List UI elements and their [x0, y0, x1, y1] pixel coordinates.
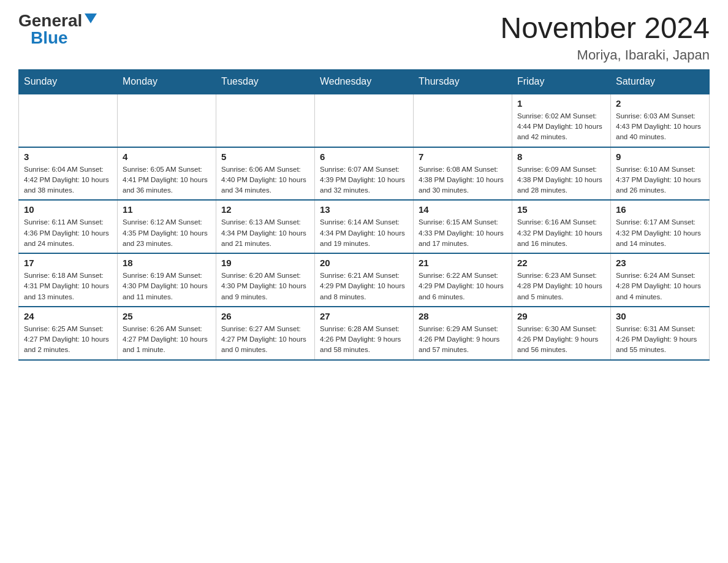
day-info: Sunrise: 6:12 AM Sunset: 4:35 PM Dayligh…	[123, 217, 211, 249]
table-row: 13Sunrise: 6:14 AM Sunset: 4:34 PM Dayli…	[315, 200, 414, 253]
day-number: 17	[24, 258, 112, 268]
day-number: 13	[320, 204, 408, 215]
day-number: 22	[517, 258, 605, 268]
logo-blue-text: Blue	[31, 28, 68, 47]
day-info: Sunrise: 6:16 AM Sunset: 4:32 PM Dayligh…	[517, 217, 605, 249]
table-row: 26Sunrise: 6:27 AM Sunset: 4:27 PM Dayli…	[216, 307, 315, 360]
day-number: 14	[419, 204, 507, 215]
calendar-day-header: Thursday	[414, 69, 512, 94]
table-row	[315, 94, 414, 147]
day-number: 11	[123, 204, 211, 215]
day-info: Sunrise: 6:20 AM Sunset: 4:30 PM Dayligh…	[221, 270, 309, 302]
table-row: 16Sunrise: 6:17 AM Sunset: 4:32 PM Dayli…	[611, 200, 710, 253]
day-number: 16	[616, 204, 704, 215]
table-row: 18Sunrise: 6:19 AM Sunset: 4:30 PM Dayli…	[118, 253, 216, 307]
day-info: Sunrise: 6:29 AM Sunset: 4:26 PM Dayligh…	[419, 324, 507, 356]
title-section: November 2024 Moriya, Ibaraki, Japan	[500, 12, 710, 63]
table-row	[118, 94, 216, 147]
table-row: 1Sunrise: 6:02 AM Sunset: 4:44 PM Daylig…	[512, 94, 611, 147]
table-row: 3Sunrise: 6:04 AM Sunset: 4:42 PM Daylig…	[19, 147, 118, 201]
day-number: 10	[24, 204, 112, 215]
table-row: 17Sunrise: 6:18 AM Sunset: 4:31 PM Dayli…	[19, 253, 118, 307]
logo-triangle-icon	[85, 13, 97, 23]
day-number: 2	[616, 98, 704, 109]
day-number: 19	[221, 258, 309, 268]
day-info: Sunrise: 6:25 AM Sunset: 4:27 PM Dayligh…	[24, 324, 112, 356]
table-row: 24Sunrise: 6:25 AM Sunset: 4:27 PM Dayli…	[19, 307, 118, 360]
day-info: Sunrise: 6:07 AM Sunset: 4:39 PM Dayligh…	[320, 164, 408, 196]
table-row: 30Sunrise: 6:31 AM Sunset: 4:26 PM Dayli…	[611, 307, 710, 360]
table-row: 4Sunrise: 6:05 AM Sunset: 4:41 PM Daylig…	[118, 147, 216, 201]
day-info: Sunrise: 6:24 AM Sunset: 4:28 PM Dayligh…	[616, 270, 704, 302]
table-row: 27Sunrise: 6:28 AM Sunset: 4:26 PM Dayli…	[315, 307, 414, 360]
table-row: 15Sunrise: 6:16 AM Sunset: 4:32 PM Dayli…	[512, 200, 611, 253]
day-info: Sunrise: 6:27 AM Sunset: 4:27 PM Dayligh…	[221, 324, 309, 356]
calendar-week-row: 17Sunrise: 6:18 AM Sunset: 4:31 PM Dayli…	[19, 253, 710, 307]
day-info: Sunrise: 6:22 AM Sunset: 4:29 PM Dayligh…	[419, 270, 507, 302]
day-info: Sunrise: 6:30 AM Sunset: 4:26 PM Dayligh…	[517, 324, 605, 356]
day-info: Sunrise: 6:26 AM Sunset: 4:27 PM Dayligh…	[123, 324, 211, 356]
day-number: 25	[123, 311, 211, 321]
page-header: General Blue November 2024 Moriya, Ibara…	[18, 12, 710, 63]
calendar-day-header: Wednesday	[315, 69, 414, 94]
day-number: 7	[419, 151, 507, 162]
day-number: 26	[221, 311, 309, 321]
table-row: 22Sunrise: 6:23 AM Sunset: 4:28 PM Dayli…	[512, 253, 611, 307]
day-info: Sunrise: 6:04 AM Sunset: 4:42 PM Dayligh…	[24, 164, 112, 196]
day-info: Sunrise: 6:18 AM Sunset: 4:31 PM Dayligh…	[24, 270, 112, 302]
day-number: 12	[221, 204, 309, 215]
day-info: Sunrise: 6:10 AM Sunset: 4:37 PM Dayligh…	[616, 164, 704, 196]
location-text: Moriya, Ibaraki, Japan	[500, 47, 710, 63]
day-info: Sunrise: 6:23 AM Sunset: 4:28 PM Dayligh…	[517, 270, 605, 302]
day-number: 27	[320, 311, 408, 321]
table-row: 21Sunrise: 6:22 AM Sunset: 4:29 PM Dayli…	[414, 253, 512, 307]
table-row: 20Sunrise: 6:21 AM Sunset: 4:29 PM Dayli…	[315, 253, 414, 307]
day-info: Sunrise: 6:11 AM Sunset: 4:36 PM Dayligh…	[24, 217, 112, 249]
day-number: 21	[419, 258, 507, 268]
calendar-day-header: Sunday	[19, 69, 118, 94]
month-title: November 2024	[500, 12, 710, 45]
table-row: 2Sunrise: 6:03 AM Sunset: 4:43 PM Daylig…	[611, 94, 710, 147]
day-number: 5	[221, 151, 309, 162]
table-row: 28Sunrise: 6:29 AM Sunset: 4:26 PM Dayli…	[414, 307, 512, 360]
calendar-day-header: Tuesday	[216, 69, 315, 94]
day-info: Sunrise: 6:05 AM Sunset: 4:41 PM Dayligh…	[123, 164, 211, 196]
day-number: 24	[24, 311, 112, 321]
day-info: Sunrise: 6:13 AM Sunset: 4:34 PM Dayligh…	[221, 217, 309, 249]
day-number: 28	[419, 311, 507, 321]
calendar-day-header: Monday	[118, 69, 216, 94]
table-row: 8Sunrise: 6:09 AM Sunset: 4:38 PM Daylig…	[512, 147, 611, 201]
day-info: Sunrise: 6:08 AM Sunset: 4:38 PM Dayligh…	[419, 164, 507, 196]
day-number: 20	[320, 258, 408, 268]
table-row	[414, 94, 512, 147]
calendar-week-row: 3Sunrise: 6:04 AM Sunset: 4:42 PM Daylig…	[19, 147, 710, 201]
logo: General Blue	[18, 12, 97, 47]
day-number: 6	[320, 151, 408, 162]
table-row: 23Sunrise: 6:24 AM Sunset: 4:28 PM Dayli…	[611, 253, 710, 307]
calendar-table: SundayMondayTuesdayWednesdayThursdayFrid…	[18, 69, 710, 361]
day-info: Sunrise: 6:28 AM Sunset: 4:26 PM Dayligh…	[320, 324, 408, 356]
day-info: Sunrise: 6:06 AM Sunset: 4:40 PM Dayligh…	[221, 164, 309, 196]
day-number: 4	[123, 151, 211, 162]
day-number: 9	[616, 151, 704, 162]
table-row: 10Sunrise: 6:11 AM Sunset: 4:36 PM Dayli…	[19, 200, 118, 253]
day-number: 8	[517, 151, 605, 162]
table-row: 25Sunrise: 6:26 AM Sunset: 4:27 PM Dayli…	[118, 307, 216, 360]
day-info: Sunrise: 6:09 AM Sunset: 4:38 PM Dayligh…	[517, 164, 605, 196]
calendar-header-row: SundayMondayTuesdayWednesdayThursdayFrid…	[19, 69, 710, 94]
table-row: 6Sunrise: 6:07 AM Sunset: 4:39 PM Daylig…	[315, 147, 414, 201]
table-row	[216, 94, 315, 147]
table-row: 12Sunrise: 6:13 AM Sunset: 4:34 PM Dayli…	[216, 200, 315, 253]
day-info: Sunrise: 6:21 AM Sunset: 4:29 PM Dayligh…	[320, 270, 408, 302]
calendar-week-row: 24Sunrise: 6:25 AM Sunset: 4:27 PM Dayli…	[19, 307, 710, 360]
calendar-day-header: Saturday	[611, 69, 710, 94]
day-number: 30	[616, 311, 704, 321]
day-number: 15	[517, 204, 605, 215]
table-row: 29Sunrise: 6:30 AM Sunset: 4:26 PM Dayli…	[512, 307, 611, 360]
day-number: 18	[123, 258, 211, 268]
calendar-week-row: 10Sunrise: 6:11 AM Sunset: 4:36 PM Dayli…	[19, 200, 710, 253]
table-row: 11Sunrise: 6:12 AM Sunset: 4:35 PM Dayli…	[118, 200, 216, 253]
logo-general-text: General	[18, 12, 82, 29]
table-row: 14Sunrise: 6:15 AM Sunset: 4:33 PM Dayli…	[414, 200, 512, 253]
table-row: 19Sunrise: 6:20 AM Sunset: 4:30 PM Dayli…	[216, 253, 315, 307]
